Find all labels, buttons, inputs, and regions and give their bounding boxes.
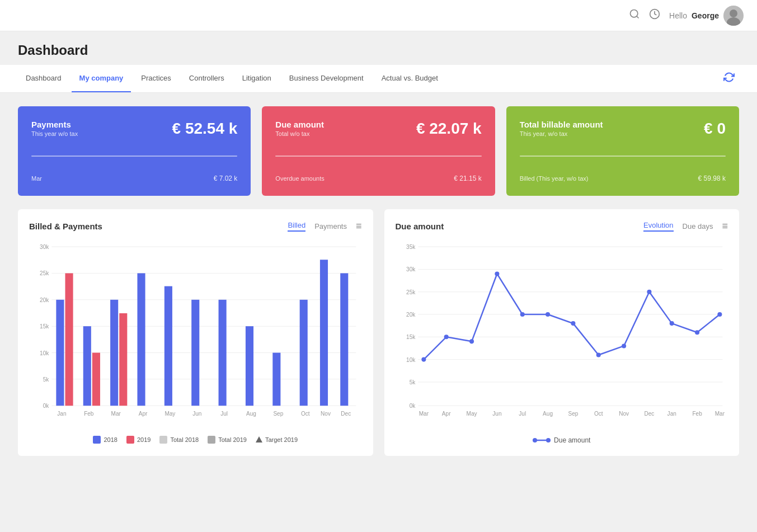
bar-chart-area: 30k 25k 20k 15k 10k 5k 0k <box>29 241 362 429</box>
svg-text:Sep: Sep <box>273 411 283 417</box>
dot-nov <box>622 343 626 348</box>
svg-text:Jan: Jan <box>57 411 66 417</box>
card-labels: Due amount Total w/o tax <box>275 120 324 137</box>
due-chart-header: Due amount Evolution Due days ≡ <box>396 220 728 232</box>
dot-oct <box>596 353 600 357</box>
svg-rect-31 <box>272 353 280 406</box>
card-divider <box>31 156 237 157</box>
line-chart-svg: 35k 30k 25k 20k 15k 10k 5k 0k <box>396 241 728 427</box>
tab-my-company[interactable]: My company <box>72 65 131 92</box>
due-chart-menu-icon[interactable]: ≡ <box>722 220 728 232</box>
due-amount-label: Due amount <box>275 120 324 129</box>
billable-sublabel: This year, w/o tax <box>520 130 603 137</box>
dot-jun <box>495 271 499 276</box>
legend-box-total-2018 <box>159 436 167 444</box>
svg-point-78 <box>546 438 551 442</box>
payments-bottom-label: Mar <box>31 175 42 182</box>
due-amount-bottom-label: Overdue amounts <box>275 175 324 182</box>
svg-rect-21 <box>65 273 73 406</box>
search-icon[interactable] <box>629 8 640 22</box>
due-chart-tabs: Evolution Due days <box>643 221 713 232</box>
legend-label-total-2018: Total 2018 <box>170 436 199 443</box>
bar-chart-legend: 2018 2019 Total 2018 Total 2019 Target 2… <box>29 436 362 444</box>
chart-tab-payments[interactable]: Payments <box>314 222 347 230</box>
svg-text:0k: 0k <box>43 403 50 409</box>
svg-text:25k: 25k <box>40 270 49 276</box>
legend-triangle-target <box>256 436 262 442</box>
svg-text:Jun: Jun <box>192 411 201 417</box>
clock-icon[interactable] <box>649 8 660 22</box>
dot-jul <box>520 312 524 317</box>
due-amount-legend-icon <box>533 436 551 445</box>
card-divider <box>520 156 726 157</box>
svg-text:0k: 0k <box>409 403 416 409</box>
svg-rect-22 <box>83 326 91 406</box>
svg-text:Mar: Mar <box>419 411 429 417</box>
svg-text:Feb: Feb <box>84 411 94 417</box>
svg-text:May: May <box>466 411 477 417</box>
dot-apr <box>444 335 448 339</box>
svg-text:Feb: Feb <box>692 411 702 417</box>
chart-tab-billed[interactable]: Billed <box>288 221 305 232</box>
page-title: Dashboard <box>18 43 739 58</box>
billed-payments-chart-card: Billed & Payments Billed Payments ≡ <box>18 209 373 456</box>
payments-bottom-value: € 7.02 k <box>214 175 238 182</box>
dot-jan <box>669 321 674 326</box>
user-name: George <box>692 11 719 20</box>
svg-rect-27 <box>164 286 172 406</box>
svg-rect-26 <box>137 273 145 406</box>
payments-card: Payments This year w/o tax € 52.54 k Mar… <box>18 106 251 196</box>
legend-target-2019: Target 2019 <box>256 436 298 443</box>
legend-2018: 2018 <box>93 436 117 444</box>
refresh-button[interactable] <box>719 67 739 90</box>
due-amount-sublabel: Total w/o tax <box>275 130 324 137</box>
card-top: Total billable amount This year, w/o tax… <box>520 120 726 138</box>
avatar <box>723 6 744 26</box>
tab-business-development[interactable]: Business Development <box>281 65 372 92</box>
svg-text:30k: 30k <box>406 266 416 272</box>
card-labels: Payments This year w/o tax <box>31 120 78 137</box>
svg-text:10k: 10k <box>406 357 416 363</box>
billable-bottom-value: € 59.98 k <box>698 175 726 182</box>
tab-controllers[interactable]: Controllers <box>181 65 232 92</box>
svg-text:Jul: Jul <box>220 411 228 417</box>
tab-litigation[interactable]: Litigation <box>234 65 279 92</box>
svg-text:Dec: Dec <box>644 411 654 417</box>
svg-rect-29 <box>219 300 227 406</box>
svg-text:Dec: Dec <box>341 411 351 417</box>
chart-tab-evolution[interactable]: Evolution <box>643 221 673 232</box>
svg-text:Aug: Aug <box>246 411 256 417</box>
svg-text:Apr: Apr <box>441 411 450 417</box>
billable-bottom-label: Billed (This year, w/o tax) <box>520 175 589 182</box>
svg-rect-28 <box>191 300 199 406</box>
svg-text:35k: 35k <box>406 244 416 250</box>
tab-actual-vs-budget[interactable]: Actual vs. Budget <box>374 65 446 92</box>
card-bottom: Billed (This year, w/o tax) € 59.98 k <box>520 175 726 182</box>
due-amount-chart-card: Due amount Evolution Due days ≡ <box>384 209 740 456</box>
billed-chart-tabs: Billed Payments <box>288 221 347 232</box>
legend-box-2018 <box>93 436 101 444</box>
svg-rect-24 <box>110 300 118 406</box>
tab-dashboard[interactable]: Dashboard <box>18 65 69 92</box>
legend-label-target-2019: Target 2019 <box>265 436 298 443</box>
svg-text:Apr: Apr <box>139 411 148 417</box>
dot-mar-end <box>717 312 722 317</box>
hello-text: Hello <box>669 11 687 20</box>
svg-point-4 <box>730 10 737 17</box>
chart-tab-due-days[interactable]: Due days <box>683 222 713 230</box>
card-bottom: Mar € 7.02 k <box>31 175 237 182</box>
header-user: Hello George <box>669 6 744 26</box>
svg-text:10k: 10k <box>40 350 49 356</box>
svg-text:5k: 5k <box>409 379 416 385</box>
svg-text:5k: 5k <box>43 376 50 383</box>
due-amount-legend-label: Due amount <box>554 436 590 444</box>
chart-menu-icon[interactable]: ≡ <box>356 220 362 232</box>
tabs-bar: Dashboard My company Practices Controlle… <box>0 65 757 93</box>
svg-text:Oct: Oct <box>301 411 310 417</box>
due-chart-title: Due amount <box>396 222 444 231</box>
dot-feb <box>695 330 699 335</box>
charts-row: Billed & Payments Billed Payments ≡ <box>0 209 757 469</box>
svg-text:Mar: Mar <box>714 411 725 417</box>
tab-practices[interactable]: Practices <box>133 65 178 92</box>
card-labels: Total billable amount This year, w/o tax <box>520 120 603 137</box>
